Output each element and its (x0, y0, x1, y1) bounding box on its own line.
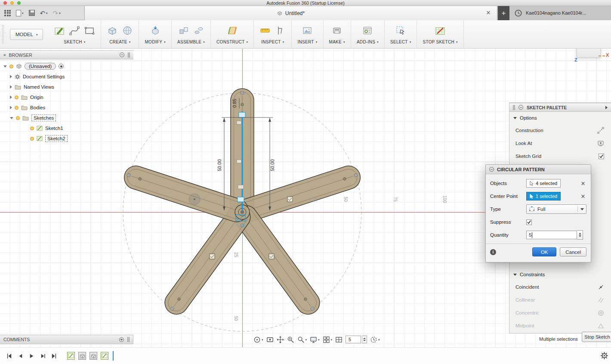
create-form-button[interactable] (122, 25, 133, 36)
visibility-bulb-icon[interactable] (15, 106, 19, 110)
option-look-at[interactable]: Look At (509, 137, 611, 150)
stop-sketch-toolbar-button[interactable] (435, 25, 446, 36)
file-menu-button[interactable]: ▾ (16, 10, 24, 16)
minimize-panel-icon[interactable] (518, 105, 523, 110)
clear-objects-icon[interactable]: ✕ (580, 180, 586, 187)
user-account-button[interactable]: Kae0104nagano Kae0104r... (526, 6, 608, 20)
new-component-button[interactable] (178, 25, 189, 36)
new-tab-button[interactable]: + (498, 6, 509, 20)
timeline-feature-sketch[interactable] (67, 352, 75, 360)
expander-icon[interactable] (10, 106, 12, 109)
timeline-feature-body[interactable] (78, 352, 86, 360)
pan-button[interactable] (276, 336, 284, 344)
comments-bar[interactable]: COMMENTS (0, 335, 133, 344)
menu-make[interactable]: MAKE▾ (329, 40, 345, 44)
joint-button[interactable] (193, 25, 204, 36)
info-icon[interactable]: i (490, 249, 496, 255)
undo-button[interactable]: ↶▾ (40, 10, 48, 16)
minimize-window-button[interactable] (10, 1, 14, 5)
insert-canvas-button[interactable] (302, 25, 313, 36)
timeline-position-marker[interactable] (113, 351, 114, 361)
collapse-panel-icon[interactable]: « (3, 52, 6, 57)
tree-row-sketch2[interactable]: Sketch2 (3, 133, 133, 144)
timeline-go-to-start-button[interactable] (5, 352, 13, 360)
clear-center-point-icon[interactable]: ✕ (580, 193, 586, 200)
suppress-checkbox[interactable] (526, 219, 532, 225)
tree-row-bodies[interactable]: Bodies (3, 102, 133, 113)
add-comment-icon[interactable] (119, 337, 124, 342)
root-document-label[interactable]: (Unsaved) (25, 63, 56, 70)
panel-grip[interactable] (513, 105, 515, 110)
cancel-button[interactable]: Cancel (560, 247, 586, 256)
save-button[interactable] (29, 10, 35, 16)
stop-sketch-button[interactable]: Stop Sketch (582, 332, 611, 342)
app-grid-button[interactable] (4, 10, 11, 16)
rectangle-tool-button[interactable] (84, 25, 95, 36)
expander-icon[interactable] (10, 75, 12, 78)
minimize-panel-icon[interactable] (120, 52, 124, 57)
make-button[interactable] (331, 25, 343, 36)
sketch-grid-checkbox[interactable] (599, 154, 604, 159)
tree-row-origin[interactable]: Origin (3, 92, 133, 102)
tree-row-sketch1[interactable]: Sketch1 (3, 123, 133, 133)
menu-sketch[interactable]: SKETCH▾ (64, 40, 85, 44)
tree-row-named-views[interactable]: Named Views (3, 82, 133, 92)
tree-row-sketches[interactable]: Sketches (3, 113, 133, 123)
grid-scale-input[interactable]: 5 (346, 336, 361, 343)
redo-button[interactable]: ↷▾ (53, 10, 61, 16)
grid-settings-button[interactable]: ▾ (322, 336, 333, 344)
zoom-window-button[interactable] (17, 1, 21, 5)
options-section-header[interactable]: Options (509, 112, 611, 124)
calipers-button[interactable] (275, 25, 286, 36)
timeline-go-to-end-button[interactable] (50, 352, 58, 360)
coincident-icon[interactable] (598, 284, 604, 290)
close-window-button[interactable] (3, 1, 7, 5)
type-dropdown[interactable]: Full (526, 204, 586, 214)
zoom-window-button[interactable] (287, 336, 295, 344)
quantity-stepper[interactable] (577, 230, 583, 240)
construct-plane-button[interactable] (227, 25, 238, 36)
constraint-midpoint[interactable]: Midpoint (509, 319, 611, 332)
addins-button[interactable] (362, 25, 373, 36)
expander-open-icon[interactable] (10, 117, 13, 119)
collapse-right-icon[interactable] (605, 106, 608, 109)
visibility-bulb-icon[interactable] (9, 65, 13, 68)
press-pull-button[interactable] (150, 25, 161, 36)
timeline-step-forward-button[interactable] (39, 352, 46, 360)
option-sketch-grid[interactable]: Sketch Grid (509, 150, 611, 163)
timeline-feature-body[interactable] (89, 352, 97, 360)
panel-grip[interactable] (127, 337, 130, 342)
timeline-feature-sketch-active[interactable] (101, 352, 108, 360)
option-construction[interactable]: Construction (509, 124, 611, 137)
ok-button[interactable]: OK (532, 247, 556, 256)
menu-construct[interactable]: CONSTRUCT▾ (216, 40, 248, 44)
menu-stop-sketch[interactable]: STOP SKETCH▾ (423, 40, 457, 44)
constraint-coincident[interactable]: Coincident (509, 281, 611, 293)
sketch-palette-header[interactable]: SKETCH PALETTE (509, 103, 611, 112)
display-settings-button[interactable]: ▾ (309, 336, 320, 344)
visibility-bulb-icon[interactable] (30, 126, 34, 130)
menu-inspect[interactable]: INSPECT▾ (261, 40, 284, 44)
timeline-play-button[interactable] (28, 352, 35, 360)
expander-icon[interactable] (10, 85, 12, 89)
expander-icon[interactable] (10, 96, 12, 99)
objects-selection-chip[interactable]: 4 selected (526, 179, 561, 188)
visibility-bulb-icon[interactable] (15, 96, 19, 99)
workspace-switcher[interactable]: MODEL ▾ (10, 29, 43, 40)
create-sketch-button[interactable] (54, 25, 65, 36)
quantity-input[interactable]: 5 (526, 231, 577, 239)
tab-close-icon[interactable]: ✕ (485, 9, 492, 16)
menu-modify[interactable]: MODIFY▾ (145, 40, 166, 44)
document-tab[interactable]: Untitled* ✕ (84, 6, 497, 20)
create-box-button[interactable] (107, 25, 118, 36)
activate-component-radio[interactable] (59, 64, 64, 69)
constraint-collinear[interactable]: Collinear (509, 293, 611, 306)
select-button[interactable] (395, 25, 406, 36)
turntable-button[interactable]: ▾ (370, 336, 380, 344)
tree-row-document-settings[interactable]: Document Settings (3, 71, 133, 82)
browser-header[interactable]: « BROWSER (0, 50, 133, 59)
constraints-section-header[interactable]: Constraints (509, 268, 611, 281)
measure-button[interactable] (259, 25, 271, 36)
panel-grip[interactable] (128, 52, 130, 58)
visibility-bulb-icon[interactable] (30, 137, 34, 141)
